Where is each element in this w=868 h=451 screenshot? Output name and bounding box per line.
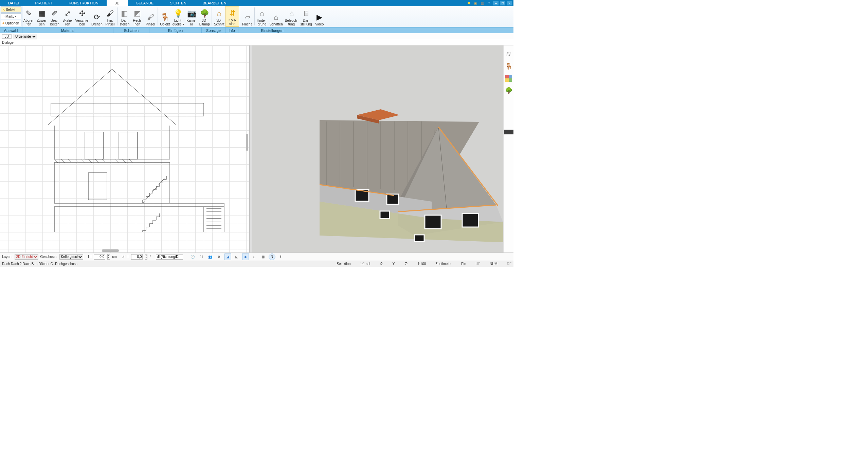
dl-input[interactable] bbox=[156, 254, 183, 260]
kamera-button[interactable]: 📷Kame-ra bbox=[185, 6, 198, 27]
flaeche-button[interactable]: ▱Fläche bbox=[241, 6, 254, 27]
maximize-button[interactable]: □ bbox=[500, 1, 505, 5]
snap-int-icon[interactable]: ◆ bbox=[242, 253, 249, 260]
north-icon[interactable]: N bbox=[269, 253, 275, 260]
hinpinsel-button[interactable]: 🖌Hin.Pinsel bbox=[104, 6, 116, 27]
3dbitmap-button[interactable]: 🌳3D-Bitmap bbox=[198, 6, 211, 27]
copy-icon[interactable]: ⧉ bbox=[216, 253, 222, 260]
video-button[interactable]: ▶Video bbox=[313, 6, 326, 27]
phi-spinner[interactable]: ▲▼ bbox=[145, 254, 147, 260]
status-unit: Zentimeter bbox=[435, 262, 452, 266]
schatten-button[interactable]: ⌂Schatten bbox=[268, 6, 284, 27]
objekt-button[interactable]: 🪑Objekt bbox=[159, 6, 171, 27]
drehen-button[interactable]: ⟳Drehen bbox=[90, 6, 104, 27]
verschieben-button[interactable]: ✣Verschie-ben bbox=[74, 6, 90, 27]
camera-tripod-icon: 📷 bbox=[186, 9, 197, 18]
furniture-icon[interactable]: 🪑 bbox=[505, 62, 512, 70]
grid-icon[interactable]: ▦ bbox=[260, 253, 267, 260]
tree-icon: 🌳 bbox=[199, 9, 210, 18]
beleuchtung-button[interactable]: ⌂Beleuch-tung bbox=[284, 6, 299, 27]
menu-gelaende[interactable]: GELÄNDE bbox=[128, 0, 162, 6]
window-icon-2[interactable]: ▥ bbox=[480, 1, 485, 5]
pinsel-button[interactable]: 🖌Pinsel bbox=[144, 6, 157, 27]
status-x: X: bbox=[380, 262, 383, 266]
3d-perspective-view[interactable] bbox=[252, 45, 503, 252]
l-label: l = bbox=[88, 255, 92, 259]
svg-line-9 bbox=[82, 159, 85, 163]
window-icon-1[interactable]: ▣ bbox=[473, 1, 478, 5]
menu-sichten[interactable]: SICHTEN bbox=[162, 0, 194, 6]
svg-line-15 bbox=[122, 159, 126, 163]
house-bg-icon: ⌂ bbox=[256, 9, 267, 18]
move-icon: ✣ bbox=[77, 9, 88, 18]
l-input[interactable] bbox=[94, 254, 105, 260]
svg-line-16 bbox=[129, 159, 132, 163]
close-button[interactable]: × bbox=[507, 1, 512, 5]
terrain-select[interactable]: Urgelände bbox=[14, 34, 37, 39]
right-side-panel: ≋ 🪑 🌳 bbox=[503, 45, 513, 252]
scale-icon: ⤢ bbox=[62, 9, 73, 18]
group-info: Info bbox=[225, 27, 238, 33]
color-palette-icon[interactable] bbox=[505, 75, 512, 82]
menu-konstruktion[interactable]: KONSTRUKTION bbox=[60, 0, 106, 6]
house-light-icon: ⌂ bbox=[286, 9, 297, 18]
rechnen-button[interactable]: ◩Rech-nen bbox=[131, 6, 144, 27]
minimize-button[interactable]: – bbox=[493, 1, 499, 5]
abgreifen-button[interactable]: ✎Abgrei-fen bbox=[22, 6, 35, 27]
layers-icon[interactable]: ≋ bbox=[505, 50, 512, 58]
darstellung-button[interactable]: 🖥Dar-stellung bbox=[299, 6, 313, 27]
kollision-button[interactable]: ⇵Kolli-sion bbox=[225, 6, 239, 27]
optionen-button[interactable]: +Optionen bbox=[1, 20, 21, 26]
l-spinner[interactable]: ▲▼ bbox=[107, 254, 110, 260]
svg-line-21 bbox=[143, 178, 165, 203]
svg-line-8 bbox=[75, 159, 78, 163]
status-uf: UF bbox=[476, 262, 480, 266]
status-ein: Ein bbox=[461, 262, 466, 266]
svg-rect-61 bbox=[415, 235, 424, 242]
svg-rect-59 bbox=[425, 215, 441, 229]
3dschnitt-button[interactable]: ⌂3D-Schnitt bbox=[213, 6, 225, 27]
cube-icon: ◧ bbox=[119, 9, 130, 18]
cube-calc-icon: ◩ bbox=[132, 9, 143, 18]
snap-mid-icon[interactable]: ◣ bbox=[233, 253, 240, 260]
geschoss-select[interactable]: Kellergesch bbox=[59, 254, 83, 260]
menu-bearbeiten[interactable]: BEARBEITEN bbox=[195, 0, 235, 6]
phi-label: phi = bbox=[122, 255, 129, 259]
help-icon[interactable]: ? bbox=[486, 1, 492, 5]
brush-icon: 🖌 bbox=[145, 13, 156, 22]
panel-collapse-tab[interactable] bbox=[504, 130, 513, 134]
people-icon[interactable]: 👥 bbox=[207, 253, 214, 260]
menu-3d[interactable]: 3D bbox=[107, 0, 128, 6]
edit-icon: ✐ bbox=[49, 9, 60, 18]
hintergrund-button[interactable]: ⌂Hinter-grund bbox=[255, 6, 268, 27]
svg-line-14 bbox=[115, 159, 119, 163]
mark-button[interactable]: ○Mark. ▾ bbox=[1, 13, 21, 19]
svg-line-5 bbox=[54, 159, 58, 163]
collision-icon: ⇵ bbox=[227, 8, 238, 18]
status-num: NUM bbox=[490, 262, 498, 266]
tree-catalog-icon[interactable]: 🌳 bbox=[505, 87, 512, 94]
skalieren-button[interactable]: ⤢Skalie-ren bbox=[61, 6, 74, 27]
view-selector-bar: 3D Urgelände bbox=[0, 33, 513, 40]
info-icon[interactable]: ℹ bbox=[277, 253, 284, 260]
phi-input[interactable] bbox=[131, 254, 143, 260]
vertical-scrollbar[interactable] bbox=[246, 134, 248, 151]
bracket-icon[interactable]: 〔〕 bbox=[198, 253, 205, 260]
svg-line-7 bbox=[68, 159, 71, 163]
horizontal-scrollbar[interactable] bbox=[102, 249, 119, 252]
section-icon: ⌂ bbox=[214, 9, 224, 18]
lichtquelle-button[interactable]: 💡Licht-quelle ▾ bbox=[171, 6, 185, 27]
snap-perp-icon[interactable]: ◇ bbox=[251, 253, 258, 260]
menu-projekt[interactable]: PROJEKT bbox=[27, 0, 61, 6]
2d-section-view[interactable] bbox=[0, 45, 250, 252]
zuweisen-button[interactable]: ▦Zuwei-sen bbox=[35, 6, 48, 27]
selekt-button[interactable]: ↖Selekt bbox=[1, 6, 21, 13]
darstellen-button[interactable]: ◧Dar-stellen bbox=[118, 6, 131, 27]
tools-icon[interactable]: ✖ bbox=[466, 1, 471, 5]
group-schatten: Schatten bbox=[113, 27, 149, 33]
clock-icon[interactable]: 🕒 bbox=[189, 253, 196, 260]
menu-datei[interactable]: DATEI bbox=[0, 0, 27, 6]
snap-endpoint-icon[interactable]: ◢ bbox=[224, 253, 231, 260]
layer-select[interactable]: 2D Einrichtu bbox=[15, 254, 38, 260]
bearbeiten-button[interactable]: ✐Bear-beiten bbox=[48, 6, 61, 27]
